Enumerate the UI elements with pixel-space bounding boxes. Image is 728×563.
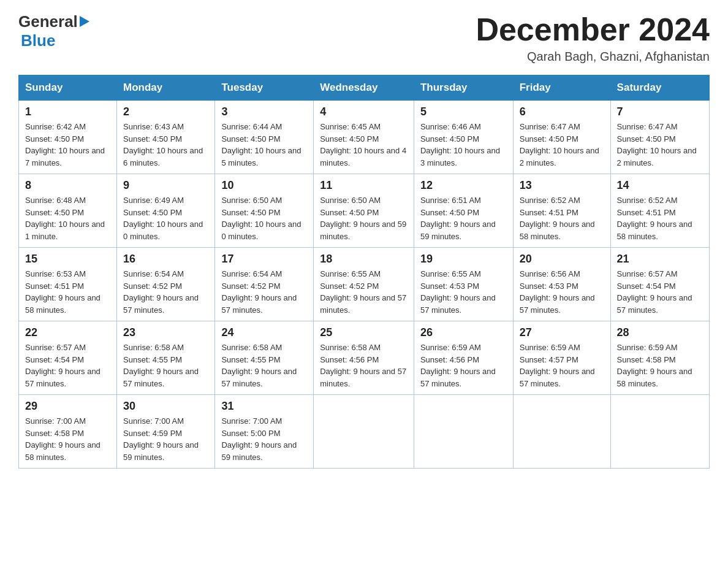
day-info: Sunrise: 7:00 AMSunset: 4:59 PMDaylight:… [123, 416, 199, 462]
day-number: 12 [420, 179, 507, 192]
day-info: Sunrise: 6:58 AMSunset: 4:56 PMDaylight:… [320, 343, 406, 388]
calendar-week-row: 15 Sunrise: 6:53 AMSunset: 4:51 PMDaylig… [19, 248, 710, 321]
day-info: Sunrise: 6:45 AMSunset: 4:50 PMDaylight:… [320, 122, 406, 167]
day-info: Sunrise: 6:59 AMSunset: 4:57 PMDaylight:… [520, 343, 595, 388]
day-number: 24 [221, 326, 307, 339]
calendar-cell: 31 Sunrise: 7:00 AMSunset: 5:00 PMDaylig… [215, 395, 314, 469]
calendar-table: SundayMondayTuesdayWednesdayThursdayFrid… [18, 75, 710, 469]
day-info: Sunrise: 6:52 AMSunset: 4:51 PMDaylight:… [617, 196, 692, 241]
calendar-cell: 9 Sunrise: 6:49 AMSunset: 4:50 PMDayligh… [117, 174, 215, 248]
day-info: Sunrise: 6:48 AMSunset: 4:50 PMDaylight:… [25, 196, 105, 241]
calendar-cell: 28 Sunrise: 6:59 AMSunset: 4:58 PMDaylig… [610, 321, 709, 395]
calendar-week-row: 22 Sunrise: 6:57 AMSunset: 4:54 PMDaylig… [19, 321, 710, 395]
day-info: Sunrise: 6:44 AMSunset: 4:50 PMDaylight:… [221, 122, 301, 167]
day-info: Sunrise: 6:55 AMSunset: 4:53 PMDaylight:… [420, 269, 496, 315]
calendar-cell: 25 Sunrise: 6:58 AMSunset: 4:56 PMDaylig… [314, 321, 414, 395]
day-number: 10 [221, 179, 307, 192]
logo-blue-text: Blue [21, 31, 55, 50]
weekday-header-friday: Friday [513, 75, 610, 101]
calendar-cell [610, 395, 709, 469]
day-number: 3 [221, 105, 307, 118]
calendar-cell: 26 Sunrise: 6:59 AMSunset: 4:56 PMDaylig… [414, 321, 513, 395]
calendar-cell: 10 Sunrise: 6:50 AMSunset: 4:50 PMDaylig… [215, 174, 314, 248]
calendar-cell: 14 Sunrise: 6:52 AMSunset: 4:51 PMDaylig… [610, 174, 709, 248]
location-text: Qarah Bagh, Ghazni, Afghanistan [476, 50, 710, 64]
calendar-cell [513, 395, 610, 469]
day-number: 26 [420, 326, 507, 339]
calendar-cell: 13 Sunrise: 6:52 AMSunset: 4:51 PMDaylig… [513, 174, 610, 248]
day-number: 7 [617, 105, 703, 118]
calendar-cell: 12 Sunrise: 6:51 AMSunset: 4:50 PMDaylig… [414, 174, 513, 248]
day-info: Sunrise: 6:47 AMSunset: 4:50 PMDaylight:… [617, 122, 697, 167]
day-number: 2 [123, 105, 208, 118]
day-info: Sunrise: 6:42 AMSunset: 4:50 PMDaylight:… [25, 122, 105, 167]
day-info: Sunrise: 6:56 AMSunset: 4:53 PMDaylight:… [520, 269, 595, 315]
calendar-cell: 7 Sunrise: 6:47 AMSunset: 4:50 PMDayligh… [610, 101, 709, 174]
day-info: Sunrise: 6:58 AMSunset: 4:55 PMDaylight:… [123, 343, 199, 388]
day-info: Sunrise: 6:57 AMSunset: 4:54 PMDaylight:… [25, 343, 100, 388]
day-info: Sunrise: 6:58 AMSunset: 4:55 PMDaylight:… [221, 343, 297, 388]
day-info: Sunrise: 6:53 AMSunset: 4:51 PMDaylight:… [25, 269, 100, 315]
calendar-week-row: 8 Sunrise: 6:48 AMSunset: 4:50 PMDayligh… [19, 174, 710, 248]
calendar-cell: 5 Sunrise: 6:46 AMSunset: 4:50 PMDayligh… [414, 101, 513, 174]
month-title: December 2024 [476, 12, 710, 47]
calendar-cell [314, 395, 414, 469]
calendar-week-row: 1 Sunrise: 6:42 AMSunset: 4:50 PMDayligh… [19, 101, 710, 174]
day-number: 5 [420, 105, 507, 118]
day-number: 22 [25, 326, 110, 339]
weekday-header-saturday: Saturday [610, 75, 709, 101]
day-number: 30 [123, 400, 208, 413]
calendar-cell: 16 Sunrise: 6:54 AMSunset: 4:52 PMDaylig… [117, 248, 215, 321]
calendar-cell: 30 Sunrise: 7:00 AMSunset: 4:59 PMDaylig… [117, 395, 215, 469]
calendar-cell: 20 Sunrise: 6:56 AMSunset: 4:53 PMDaylig… [513, 248, 610, 321]
day-number: 16 [123, 253, 208, 266]
logo-arrow-icon [80, 16, 89, 29]
weekday-header-sunday: Sunday [19, 75, 117, 101]
day-number: 21 [617, 253, 703, 266]
calendar-cell: 11 Sunrise: 6:50 AMSunset: 4:50 PMDaylig… [314, 174, 414, 248]
day-info: Sunrise: 7:00 AMSunset: 5:00 PMDaylight:… [221, 416, 297, 462]
page-header: General Blue December 2024 Qarah Bagh, G… [18, 12, 710, 64]
calendar-cell: 18 Sunrise: 6:55 AMSunset: 4:52 PMDaylig… [314, 248, 414, 321]
svg-marker-0 [80, 16, 89, 27]
day-number: 18 [320, 253, 408, 266]
calendar-cell [414, 395, 513, 469]
day-number: 28 [617, 326, 703, 339]
calendar-cell: 29 Sunrise: 7:00 AMSunset: 4:58 PMDaylig… [19, 395, 117, 469]
day-number: 8 [25, 179, 110, 192]
calendar-cell: 27 Sunrise: 6:59 AMSunset: 4:57 PMDaylig… [513, 321, 610, 395]
day-number: 6 [520, 105, 604, 118]
day-info: Sunrise: 6:54 AMSunset: 4:52 PMDaylight:… [221, 269, 297, 315]
calendar-week-row: 29 Sunrise: 7:00 AMSunset: 4:58 PMDaylig… [19, 395, 710, 469]
day-info: Sunrise: 6:43 AMSunset: 4:50 PMDaylight:… [123, 122, 203, 167]
weekday-header-wednesday: Wednesday [314, 75, 414, 101]
day-number: 1 [25, 105, 110, 118]
day-number: 4 [320, 105, 408, 118]
calendar-cell: 17 Sunrise: 6:54 AMSunset: 4:52 PMDaylig… [215, 248, 314, 321]
calendar-cell: 3 Sunrise: 6:44 AMSunset: 4:50 PMDayligh… [215, 101, 314, 174]
calendar-cell: 24 Sunrise: 6:58 AMSunset: 4:55 PMDaylig… [215, 321, 314, 395]
day-number: 19 [420, 253, 507, 266]
day-info: Sunrise: 6:52 AMSunset: 4:51 PMDaylight:… [520, 196, 595, 241]
day-info: Sunrise: 6:55 AMSunset: 4:52 PMDaylight:… [320, 269, 406, 315]
calendar-cell: 15 Sunrise: 6:53 AMSunset: 4:51 PMDaylig… [19, 248, 117, 321]
day-number: 27 [520, 326, 604, 339]
logo-general-text: General [18, 12, 78, 31]
calendar-cell: 23 Sunrise: 6:58 AMSunset: 4:55 PMDaylig… [117, 321, 215, 395]
day-info: Sunrise: 6:57 AMSunset: 4:54 PMDaylight:… [617, 269, 692, 315]
day-number: 25 [320, 326, 408, 339]
calendar-cell: 1 Sunrise: 6:42 AMSunset: 4:50 PMDayligh… [19, 101, 117, 174]
calendar-cell: 6 Sunrise: 6:47 AMSunset: 4:50 PMDayligh… [513, 101, 610, 174]
weekday-header-row: SundayMondayTuesdayWednesdayThursdayFrid… [19, 75, 710, 101]
day-info: Sunrise: 6:51 AMSunset: 4:50 PMDaylight:… [420, 196, 496, 241]
logo: General Blue [18, 12, 89, 50]
day-number: 15 [25, 253, 110, 266]
day-number: 11 [320, 179, 408, 192]
calendar-cell: 22 Sunrise: 6:57 AMSunset: 4:54 PMDaylig… [19, 321, 117, 395]
calendar-cell: 4 Sunrise: 6:45 AMSunset: 4:50 PMDayligh… [314, 101, 414, 174]
day-info: Sunrise: 6:50 AMSunset: 4:50 PMDaylight:… [320, 196, 406, 241]
day-info: Sunrise: 6:49 AMSunset: 4:50 PMDaylight:… [123, 196, 203, 241]
day-number: 31 [221, 400, 307, 413]
weekday-header-monday: Monday [117, 75, 215, 101]
day-number: 13 [520, 179, 604, 192]
